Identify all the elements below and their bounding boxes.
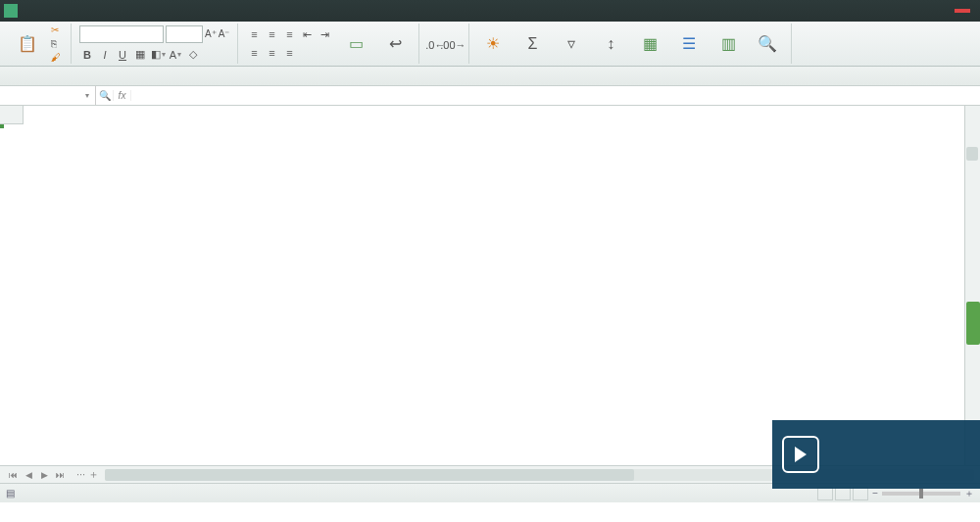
copy-button[interactable]: ⎘	[49, 37, 65, 50]
border-icon[interactable]: ▦	[132, 47, 148, 63]
clipboard-group: 📋 ✂ ⎘ 🖌	[4, 24, 72, 64]
sigma-icon: Σ	[521, 33, 543, 55]
chevron-down-icon: ▾	[85, 91, 89, 100]
app-icon	[4, 4, 18, 18]
name-box[interactable]: ▾	[0, 86, 96, 105]
wrap-text-button[interactable]: ↩	[377, 33, 413, 55]
login-button[interactable]	[955, 9, 970, 13]
align-center-icon[interactable]: ≡	[264, 45, 279, 61]
select-all-corner[interactable]	[0, 106, 24, 124]
rowcol-icon: ☰	[678, 33, 700, 55]
copy-icon: ⎘	[51, 38, 57, 49]
find-icon: 🔍	[757, 33, 778, 55]
italic-icon[interactable]: I	[97, 47, 113, 63]
ribbon: 📋 ✂ ⎘ 🖌 A⁺ A⁻ B I U ▦ ◧ A ◇	[0, 22, 980, 67]
increase-font-icon[interactable]: A⁺	[205, 28, 217, 39]
underline-icon[interactable]: U	[115, 47, 130, 63]
scissors-icon: ✂	[51, 24, 59, 35]
vertical-scrollbar[interactable]	[964, 106, 980, 465]
align-right-icon[interactable]: ≡	[281, 45, 297, 61]
sheet-icon: ▥	[717, 33, 739, 55]
cut-button[interactable]: ✂	[49, 24, 65, 36]
font-color-icon[interactable]: A	[168, 47, 183, 63]
hscroll-thumb[interactable]	[105, 469, 634, 481]
filter-icon: ▿	[561, 33, 582, 55]
indent-dec-icon[interactable]: ⇤	[299, 26, 315, 42]
sheet-nav-last-icon[interactable]: ⏭	[53, 470, 67, 480]
zoom-out-icon[interactable]: −	[872, 488, 878, 498]
fx-icon[interactable]: fx	[114, 90, 131, 101]
align-top-icon[interactable]: ≡	[246, 26, 262, 42]
grid	[0, 106, 980, 465]
font-size-combo[interactable]	[166, 25, 203, 43]
fill-color-icon[interactable]: ◧	[150, 47, 166, 63]
increase-decimal-icon[interactable]: .00→	[445, 37, 461, 53]
selection-indicator	[0, 124, 4, 128]
merge-icon: ▭	[345, 33, 367, 55]
brush-icon: 🖌	[51, 52, 61, 63]
zoom-slider[interactable]	[882, 492, 960, 496]
watermark	[772, 420, 980, 489]
vscroll-marker	[966, 302, 980, 345]
sum-button[interactable]: Σ	[514, 33, 550, 55]
font-group: A⁺ A⁻ B I U ▦ ◧ A ◇	[72, 24, 238, 64]
align-bottom-icon[interactable]: ≡	[281, 26, 297, 42]
sheet-nav-prev-icon[interactable]: ◀	[22, 470, 35, 480]
font-name-combo[interactable]	[79, 25, 164, 43]
title-bar	[0, 0, 980, 22]
sort-icon: ↕	[600, 33, 621, 55]
number-group: .0← .00→	[419, 24, 469, 64]
paste-button[interactable]: 📋	[10, 33, 45, 55]
align-left-icon[interactable]: ≡	[246, 45, 262, 61]
format-icon: ▦	[639, 33, 661, 55]
format-button[interactable]: ▦	[632, 33, 667, 55]
rowcol-button[interactable]: ☰	[671, 33, 707, 55]
formula-bar: ▾ 🔍 fx	[0, 86, 980, 106]
highlight-button[interactable]: ☀	[475, 33, 511, 55]
clear-format-icon[interactable]: ◇	[185, 47, 201, 63]
editing-group: ☀ Σ ▿ ↕ ▦ ☰ ▥ 🔍	[469, 24, 792, 64]
highlight-icon: ☀	[482, 33, 504, 55]
indent-inc-icon[interactable]: ⇥	[317, 26, 332, 42]
sheet-button[interactable]: ▥	[710, 33, 746, 55]
align-group: ≡ ≡ ≡ ⇤ ⇥ ≡ ≡ ≡ ▭ ↩	[238, 24, 419, 64]
merge-center-button[interactable]: ▭	[338, 33, 373, 55]
vscroll-thumb[interactable]	[966, 147, 978, 161]
fx-search-icon[interactable]: 🔍	[96, 90, 114, 101]
sort-button[interactable]: ↕	[593, 33, 628, 55]
wrap-icon: ↩	[384, 33, 406, 55]
sheet-nav-next-icon[interactable]: ▶	[37, 470, 51, 480]
sheet-nav-first-icon[interactable]: ⏮	[6, 470, 20, 480]
decrease-font-icon[interactable]: A⁻	[219, 28, 230, 39]
sheet-menu-icon[interactable]: ▤	[6, 488, 15, 498]
paste-icon: 📋	[17, 33, 38, 55]
bold-icon[interactable]: B	[79, 47, 95, 63]
quick-access-toolbar	[0, 67, 980, 86]
play-icon	[782, 436, 819, 473]
add-sheet-button[interactable]: ··· ＋	[76, 467, 99, 482]
filter-button[interactable]: ▿	[554, 33, 589, 55]
find-button[interactable]: 🔍	[750, 33, 785, 55]
align-middle-icon[interactable]: ≡	[264, 26, 279, 42]
format-painter-button[interactable]: 🖌	[49, 51, 65, 64]
